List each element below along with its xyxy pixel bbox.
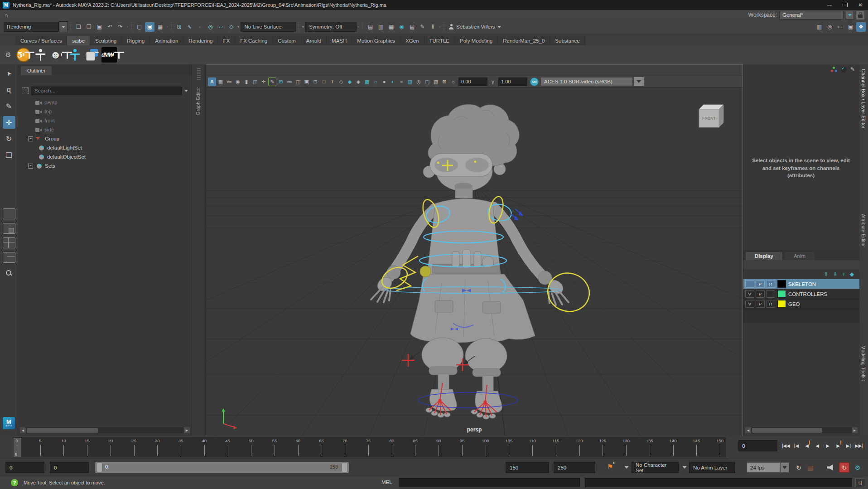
snap-to-curve-icon[interactable]: ∿ xyxy=(185,22,194,32)
shelf-item-badge-five[interactable]: 5 xyxy=(16,48,31,62)
layer-editor-tab[interactable]: Anim xyxy=(785,252,815,260)
color-management-toggle[interactable]: ON xyxy=(530,77,539,86)
collapse-arrow-icon[interactable]: › xyxy=(357,24,359,29)
collapse-arrow-icon[interactable]: › xyxy=(166,24,168,29)
viewport-a-toggle[interactable]: A xyxy=(208,77,216,86)
separator-grip[interactable] xyxy=(361,23,364,31)
SKELETON[interactable]: P R SKELETON xyxy=(743,279,859,289)
layer-display-type-toggle[interactable] xyxy=(766,290,775,298)
motion-blur-icon[interactable]: ≈ xyxy=(397,77,405,86)
snap-to-projected-center-icon[interactable]: ◎ xyxy=(206,22,215,32)
layer-color-swatch[interactable] xyxy=(777,300,786,308)
toggle-attribute-editor-icon[interactable]: ▣ xyxy=(846,22,855,32)
shelf-item-image-layers[interactable] xyxy=(84,47,100,63)
shelf-tab[interactable]: MASH xyxy=(327,36,352,45)
separator-grip[interactable] xyxy=(130,23,133,31)
shelf-tab[interactable]: FX xyxy=(218,36,235,45)
fps-dropdown-button[interactable] xyxy=(780,462,789,473)
redo-icon[interactable]: ↷ xyxy=(116,22,125,32)
create-layer-from-selected-icon[interactable]: ◆ xyxy=(850,271,854,277)
lock-camera-icon[interactable]: ▭ xyxy=(225,77,233,86)
workspace-lock-button[interactable] xyxy=(856,11,864,19)
grease-pencil-icon[interactable]: ✎ xyxy=(268,77,276,86)
script-editor-icon[interactable]: {;} xyxy=(855,478,865,487)
time-ruler[interactable]: 0 05101520253035404550556065707580859095… xyxy=(13,437,726,457)
isolate-select-icon[interactable]: ▢ xyxy=(423,77,431,86)
tab-channel-box-layer-editor[interactable]: Channel Box / Layer Editor xyxy=(861,69,866,128)
select-object-icon[interactable]: ▣ xyxy=(145,22,154,32)
use-all-lights-icon[interactable]: ☼ xyxy=(371,77,380,86)
scroll-thumb[interactable] xyxy=(752,428,822,433)
tab-attribute-editor[interactable]: Attribute Editor xyxy=(861,214,866,247)
toggle-uv-editor-icon[interactable]: ▥ xyxy=(815,22,824,32)
play-backwards-button[interactable]: ◀ xyxy=(812,439,822,452)
toggle-xgen-icon[interactable]: ◎ xyxy=(825,22,834,32)
camera-attributes-icon[interactable]: ◉ xyxy=(234,77,242,86)
outliner-item[interactable]: + persp xyxy=(18,98,192,107)
view-transform-selector[interactable]: ACES 1.0 SDR-video (sRGB) xyxy=(540,77,633,86)
scale-tool[interactable]: ❏ xyxy=(3,149,15,161)
safe-action-icon[interactable]: □ xyxy=(320,77,328,86)
anim-layer-dropdown-icon[interactable] xyxy=(682,466,687,469)
2d-pan-zoom-icon[interactable]: ✛ xyxy=(260,77,268,86)
scroll-left-icon[interactable]: ◀ xyxy=(20,427,26,433)
paint-select-tool[interactable]: ✎ xyxy=(3,100,15,112)
close-button[interactable]: ✕ xyxy=(853,0,868,10)
image-plane-icon[interactable]: ◫ xyxy=(251,77,259,86)
shelf-tab[interactable]: Animation xyxy=(150,36,183,45)
wireframe-icon[interactable]: ◇ xyxy=(337,77,345,86)
gear-icon[interactable]: ⚙ xyxy=(4,50,13,59)
view-cube[interactable]: FRONT xyxy=(699,105,723,127)
playback-end-field[interactable]: 150 xyxy=(506,462,549,473)
range-end-handle[interactable] xyxy=(341,463,348,472)
paint-effects-icon[interactable]: ✎ xyxy=(418,22,427,32)
shelf-tab[interactable]: Sculpting xyxy=(90,36,122,45)
bookmarks-icon[interactable]: ▮ xyxy=(242,77,251,86)
outliner-item[interactable]: + defaultObjectSet xyxy=(18,152,192,161)
graph-editor-strip[interactable]: Graph Editor xyxy=(192,64,206,436)
layer-playback-toggle[interactable]: P xyxy=(756,300,765,308)
ipr-render-icon[interactable]: ▥ xyxy=(376,22,386,32)
shelf-item-dmw[interactable]: dMW xyxy=(101,47,117,63)
undo-icon[interactable]: ↶ xyxy=(105,22,115,32)
expand-icon[interactable]: + xyxy=(28,164,33,169)
layout-four-pane-button[interactable] xyxy=(3,237,15,248)
layout-two-pane-button[interactable] xyxy=(3,252,15,263)
edit-panel-icon[interactable]: ✎ xyxy=(850,66,855,73)
rotate-tool[interactable]: ↻ xyxy=(3,132,15,145)
shelf-tab[interactable]: FX Caching xyxy=(235,36,273,45)
GEO[interactable]: V P R GEO xyxy=(743,299,859,309)
current-frame-field[interactable]: 0 xyxy=(738,440,777,451)
mel-command-input[interactable] xyxy=(399,478,580,487)
shelf-tab[interactable]: Substance xyxy=(550,36,585,45)
scroll-right-icon[interactable]: ▶ xyxy=(852,427,858,433)
save-scene-icon[interactable]: ▣ xyxy=(95,22,104,32)
shelf-tab[interactable]: saibe xyxy=(67,36,90,45)
auto-keyframe-toggle[interactable]: ↻ xyxy=(839,462,849,473)
layer-display-type-toggle[interactable]: R xyxy=(766,300,775,308)
shelf-tab[interactable]: Poly Modeling xyxy=(455,36,498,45)
collapse-arrow-icon[interactable]: ▾ xyxy=(302,24,304,29)
home-icon[interactable]: ⌂ xyxy=(5,12,8,19)
set-key-icon[interactable]: ⚑ xyxy=(607,463,612,472)
step-back-key-button[interactable]: ◀ xyxy=(802,439,812,452)
snap-to-view-plane-icon[interactable]: ▱ xyxy=(216,22,226,32)
grid-icon[interactable]: ⊞ xyxy=(277,77,285,86)
outliner-item[interactable]: + front xyxy=(18,116,192,125)
render-settings-icon[interactable]: ▤ xyxy=(407,22,417,32)
wireframe-on-shaded-icon[interactable]: ◈ xyxy=(354,77,362,86)
safe-title-icon[interactable]: T xyxy=(328,77,337,86)
shelf-item-character-white[interactable] xyxy=(33,47,48,63)
rgb-channels-icon[interactable] xyxy=(831,67,837,72)
lasso-tool[interactable]: ɋ xyxy=(3,83,15,96)
workspace-dropdown-button[interactable] xyxy=(846,11,854,19)
move-layer-down-icon[interactable]: ⇩ xyxy=(833,271,838,277)
screen-space-ao-icon[interactable]: ◐ xyxy=(389,77,397,86)
field-chart-icon[interactable]: ⊡ xyxy=(311,77,319,86)
xray-joints-icon[interactable]: ⊠ xyxy=(440,77,448,86)
shelf-tab[interactable]: Rendering xyxy=(183,36,218,45)
anti-aliasing-icon[interactable]: ▨ xyxy=(406,77,414,86)
mel-label[interactable]: MEL xyxy=(381,479,392,485)
CONTROLLERS[interactable]: V P CONTROLLERS xyxy=(743,289,859,299)
selection-box-icon[interactable] xyxy=(22,87,29,94)
